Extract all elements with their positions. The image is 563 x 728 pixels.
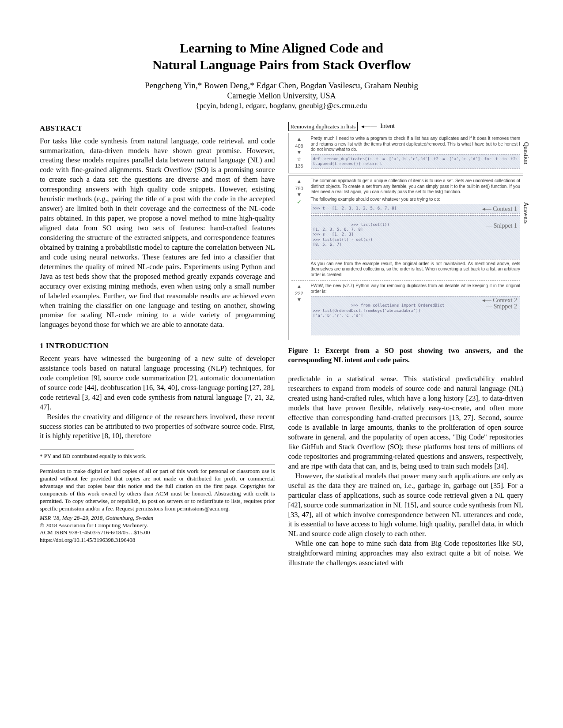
footnote-block: * PY and BD contributed equally to this … xyxy=(40,453,275,544)
col2-para-1: predictable in a statistical sense. This… xyxy=(288,374,524,471)
permission-separator xyxy=(40,465,275,465)
question-vote-count: 408 xyxy=(295,143,303,149)
isbn-text: ACM ISBN 978-1-4503-5716-6/18/05…$15.00 xyxy=(40,529,275,537)
answer1-text2: The following example should cover whate… xyxy=(311,197,521,203)
answer2-votes: 222 xyxy=(291,283,307,337)
answer1-vote-count: 780 xyxy=(295,186,303,191)
figure-1-caption: Figure 1: Excerpt from a SO post showing… xyxy=(288,346,524,365)
upvote-icon xyxy=(291,136,307,143)
paper-title: Learning to Mine Aligned Code and Natura… xyxy=(40,40,523,73)
col2-para-3: While one can hope to mine such data fro… xyxy=(288,539,524,568)
so-question-title: Removing duplicates in lists xyxy=(288,122,358,131)
emails: {pcyin, bdeng1, edgarc, bogdanv, gneubig… xyxy=(40,101,523,110)
permission-text: Permission to make digital or hard copie… xyxy=(40,468,275,512)
venue-text: MSR '18, May 28–29, 2018, Gothenburg, Sw… xyxy=(40,514,275,522)
affiliation: Carnegie Mellon University, USA xyxy=(40,91,523,101)
question-content: Pretty much I need to write a program to… xyxy=(311,136,521,170)
intro-para-2: Besides the creativity and diligence of … xyxy=(40,412,275,441)
answer1-text1: The common approach to get a unique coll… xyxy=(311,178,521,195)
downvote-icon xyxy=(291,296,307,304)
figure-1: Removing duplicates in lists ◂—— Intent … xyxy=(288,122,524,364)
context1-code-text: >>> t = [1, 2, 3, 1, 2, 5, 6, 7, 8] xyxy=(313,206,397,210)
upvote-icon xyxy=(291,283,307,290)
question-code: def remove_duplicates(): t = ['a','b','c… xyxy=(311,154,521,169)
upvote-icon xyxy=(291,178,307,185)
equal-contrib-note: * PY and BD contributed equally to this … xyxy=(40,453,275,460)
accepted-icon xyxy=(291,199,307,206)
title-line-1: Learning to Mine Aligned Code and xyxy=(180,41,383,55)
abstract-heading: ABSTRACT xyxy=(40,124,275,134)
answer2-text: FWIW, the new (v2.7) Python way for remo… xyxy=(311,283,521,294)
snippet1-label: — Snippet 1 xyxy=(486,222,517,230)
answer-separator xyxy=(291,280,521,281)
snippet2-code-text: >>> from collections import OrderedDict … xyxy=(313,303,445,318)
arrow-icon: ◂—— xyxy=(361,122,377,131)
two-column-layout: ABSTRACT For tasks like code synthesis f… xyxy=(40,122,523,568)
answer1-votes: 780 xyxy=(291,178,307,278)
snippet2-label: — Snippet 2 xyxy=(486,303,517,311)
question-side-label: Question xyxy=(521,142,530,165)
context1-label: ◂— Context 1 xyxy=(482,205,517,213)
left-column: ABSTRACT For tasks like code synthesis f… xyxy=(40,122,275,568)
title-line-2: Natural Language Pairs from Stack Overfl… xyxy=(152,57,411,72)
intro-para-1: Recent years have witnessed the burgeoni… xyxy=(40,354,275,412)
snippet1-code-text: >>> list(set(t)) [1, 2, 3, 5, 6, 7, 8] >… xyxy=(313,222,389,247)
context1-code: >>> t = [1, 2, 3, 1, 2, 5, 6, 7, 8] ◂— C… xyxy=(311,204,521,213)
downvote-icon xyxy=(291,191,307,199)
copyright-text: © 2018 Association for Computing Machine… xyxy=(40,522,275,529)
question-text: Pretty much I need to write a program to… xyxy=(311,136,521,153)
question-panel: Question 408 135 Pretty much I need to w… xyxy=(288,133,524,173)
figure-title-row: Removing duplicates in lists ◂—— Intent xyxy=(288,122,524,131)
answer1-text3: As you can see from the example result, … xyxy=(311,261,521,278)
right-column: Removing duplicates in lists ◂—— Intent … xyxy=(288,122,524,568)
answer-2: 222 FWIW, the new (v2.7) Python way for … xyxy=(291,283,521,337)
author-list: Pengcheng Yin,* Bowen Deng,* Edgar Chen,… xyxy=(40,81,523,90)
col2-para-2: However, the statistical models that pow… xyxy=(288,471,524,539)
abstract-text: For tasks like code synthesis from natur… xyxy=(40,136,275,330)
favorite-icon xyxy=(291,156,307,163)
answers-side-label: Answers xyxy=(521,202,530,224)
answer1-content: The common approach to get a unique coll… xyxy=(311,178,521,278)
intent-label: Intent xyxy=(380,122,395,131)
footnote-separator xyxy=(40,450,134,450)
paper-page: Learning to Mine Aligned Code and Natura… xyxy=(0,0,563,594)
intro-heading: 1 INTRODUCTION xyxy=(40,341,275,351)
answer2-content: FWIW, the new (v2.7) Python way for remo… xyxy=(311,283,521,337)
downvote-icon xyxy=(291,149,307,156)
answers-panel: Answers 780 The common approach to get a… xyxy=(288,175,524,340)
answer2-vote-count: 222 xyxy=(295,291,303,296)
answer-1: 780 The common approach to get a unique … xyxy=(291,178,521,278)
snippet1-code: >>> list(set(t)) [1, 2, 3, 5, 6, 7, 8] >… xyxy=(311,215,521,259)
snippet2-code: >>> from collections import OrderedDict … xyxy=(311,296,521,335)
question-votes: 408 135 xyxy=(291,136,307,170)
doi-text: https://doi.org/10.1145/3196398.3196408 xyxy=(40,537,275,544)
question-fav-count: 135 xyxy=(295,163,303,169)
